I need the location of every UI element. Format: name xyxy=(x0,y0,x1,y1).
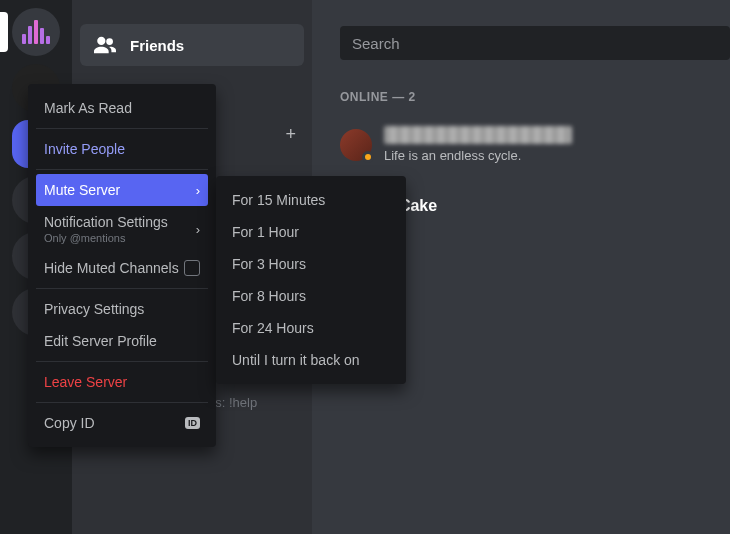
menu-invite-people[interactable]: Invite People xyxy=(36,133,208,165)
search-input[interactable]: Search xyxy=(340,26,730,60)
menu-label: For 24 Hours xyxy=(232,320,314,336)
id-badge-icon: ID xyxy=(185,417,200,429)
mute-15-minutes[interactable]: For 15 Minutes xyxy=(224,184,398,216)
menu-sublabel: Only @mentions xyxy=(44,232,168,244)
menu-privacy-settings[interactable]: Privacy Settings xyxy=(36,293,208,325)
menu-label: For 1 Hour xyxy=(232,224,299,240)
menu-label: Notification Settings xyxy=(44,214,168,230)
menu-label: Mark As Read xyxy=(44,100,132,116)
mute-8-hours[interactable]: For 8 Hours xyxy=(224,280,398,312)
mute-1-hour[interactable]: For 1 Hour xyxy=(224,216,398,248)
mute-submenu: For 15 Minutes For 1 Hour For 3 Hours Fo… xyxy=(216,176,406,384)
friend-name-redacted xyxy=(384,126,572,144)
status-idle-icon xyxy=(362,151,374,163)
menu-label: For 8 Hours xyxy=(232,288,306,304)
menu-leave-server[interactable]: Leave Server xyxy=(36,366,208,398)
menu-mark-as-read[interactable]: Mark As Read xyxy=(36,92,208,124)
menu-separator xyxy=(36,402,208,403)
menu-label: Edit Server Profile xyxy=(44,333,157,349)
checkbox-icon xyxy=(184,260,200,276)
menu-separator xyxy=(36,288,208,289)
online-header: ONLINE — 2 xyxy=(340,90,730,104)
mute-until-back-on[interactable]: Until I turn it back on xyxy=(224,344,398,376)
menu-label: For 15 Minutes xyxy=(232,192,325,208)
menu-copy-id[interactable]: Copy ID ID xyxy=(36,407,208,439)
chevron-right-icon: › xyxy=(196,222,200,237)
mute-24-hours[interactable]: For 24 Hours xyxy=(224,312,398,344)
friends-label: Friends xyxy=(130,37,184,54)
menu-label: Until I turn it back on xyxy=(232,352,360,368)
menu-label: Hide Muted Channels xyxy=(44,260,179,276)
friend-meta: Life is an endless cycle. xyxy=(384,126,572,163)
chevron-right-icon: › xyxy=(196,183,200,198)
mute-3-hours[interactable]: For 3 Hours xyxy=(224,248,398,280)
server-icon[interactable] xyxy=(12,8,60,56)
menu-label: Copy ID xyxy=(44,415,95,431)
friend-status-text: Life is an endless cycle. xyxy=(384,148,572,163)
menu-label: Invite People xyxy=(44,141,125,157)
friends-button[interactable]: Friends xyxy=(80,24,304,66)
equalizer-icon xyxy=(22,20,50,44)
plus-icon[interactable]: + xyxy=(285,124,296,145)
menu-notification-settings[interactable]: Notification Settings Only @mentions › xyxy=(36,206,208,252)
search-placeholder: Search xyxy=(352,35,400,52)
menu-label: For 3 Hours xyxy=(232,256,306,272)
server-context-menu: Mark As Read Invite People Mute Server ›… xyxy=(28,84,216,447)
menu-hide-muted-channels[interactable]: Hide Muted Channels xyxy=(36,252,208,284)
menu-mute-server[interactable]: Mute Server › xyxy=(36,174,208,206)
avatar xyxy=(340,129,372,161)
menu-label: Privacy Settings xyxy=(44,301,144,317)
menu-label: Mute Server xyxy=(44,182,120,198)
friends-icon xyxy=(94,36,116,54)
menu-edit-server-profile[interactable]: Edit Server Profile xyxy=(36,325,208,357)
menu-separator xyxy=(36,361,208,362)
menu-separator xyxy=(36,169,208,170)
menu-separator xyxy=(36,128,208,129)
menu-label: Leave Server xyxy=(44,374,127,390)
friend-row[interactable]: Life is an endless cycle. xyxy=(340,126,730,163)
